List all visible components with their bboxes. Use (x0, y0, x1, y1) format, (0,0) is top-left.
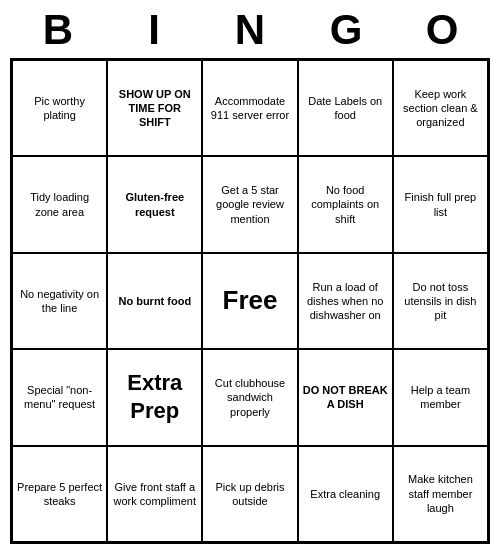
bingo-cell-13[interactable]: Run a load of dishes when no dishwasher … (298, 253, 393, 349)
bingo-cell-22[interactable]: Pick up debris outside (202, 446, 297, 542)
bingo-cell-0[interactable]: Pic worthy plating (12, 60, 107, 156)
bingo-cell-17[interactable]: Cut clubhouse sandwich properly (202, 349, 297, 445)
bingo-cell-15[interactable]: Special "non-menu" request (12, 349, 107, 445)
letter-n: N (206, 6, 294, 54)
bingo-cell-20[interactable]: Prepare 5 perfect steaks (12, 446, 107, 542)
bingo-cell-8[interactable]: No food complaints on shift (298, 156, 393, 252)
letter-i: I (110, 6, 198, 54)
bingo-grid: Pic worthy platingSHOW UP ON TIME FOR SH… (10, 58, 490, 544)
bingo-cell-4[interactable]: Keep work section clean & organized (393, 60, 488, 156)
bingo-cell-14[interactable]: Do not toss utensils in dish pit (393, 253, 488, 349)
bingo-cell-12[interactable]: Free (202, 253, 297, 349)
bingo-cell-6[interactable]: Gluten-free request (107, 156, 202, 252)
bingo-cell-2[interactable]: Accommodate 911 server error (202, 60, 297, 156)
letter-o: O (398, 6, 486, 54)
bingo-cell-16[interactable]: Extra Prep (107, 349, 202, 445)
bingo-cell-18[interactable]: DO NOT BREAK A DISH (298, 349, 393, 445)
letter-b: B (14, 6, 102, 54)
bingo-cell-10[interactable]: No negativity on the line (12, 253, 107, 349)
bingo-cell-7[interactable]: Get a 5 star google review mention (202, 156, 297, 252)
bingo-cell-21[interactable]: Give front staff a work compliment (107, 446, 202, 542)
letter-g: G (302, 6, 390, 54)
bingo-cell-9[interactable]: Finish full prep list (393, 156, 488, 252)
bingo-cell-5[interactable]: Tidy loading zone area (12, 156, 107, 252)
bingo-header: B I N G O (10, 0, 490, 58)
bingo-cell-23[interactable]: Extra cleaning (298, 446, 393, 542)
bingo-cell-3[interactable]: Date Labels on food (298, 60, 393, 156)
bingo-cell-24[interactable]: Make kitchen staff member laugh (393, 446, 488, 542)
bingo-cell-19[interactable]: Help a team member (393, 349, 488, 445)
bingo-cell-1[interactable]: SHOW UP ON TIME FOR SHIFT (107, 60, 202, 156)
bingo-cell-11[interactable]: No burnt food (107, 253, 202, 349)
